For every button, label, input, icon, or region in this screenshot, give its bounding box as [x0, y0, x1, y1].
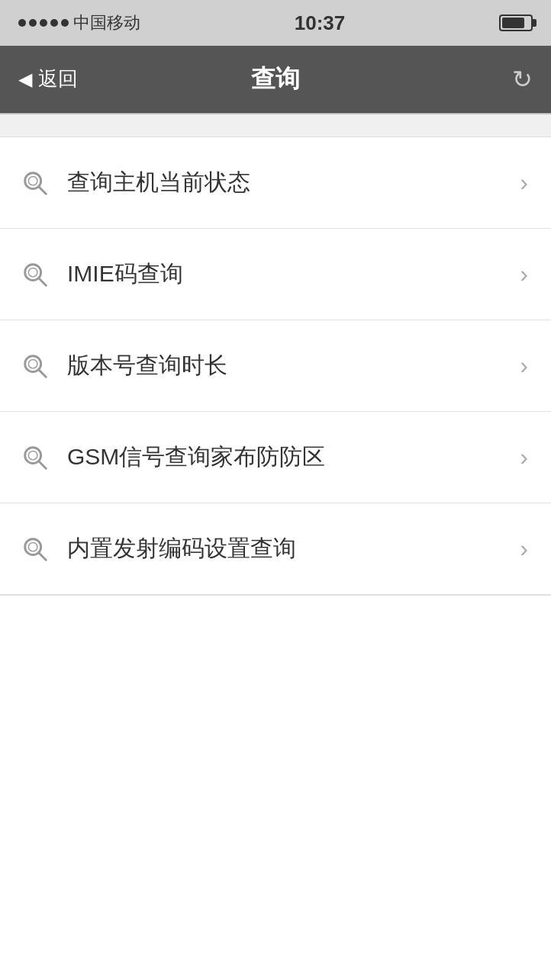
menu-item-text-1: 查询主机当前状态 — [67, 167, 250, 198]
search-icon-5 — [18, 532, 52, 566]
menu-item-text-3: 版本号查询时长 — [67, 350, 227, 381]
svg-line-8 — [39, 369, 47, 377]
chevron-icon-5: › — [520, 535, 528, 563]
status-bar: 中国移动 10:37 — [0, 0, 551, 46]
svg-point-1 — [28, 176, 37, 185]
carrier-label: 中国移动 — [73, 11, 140, 34]
menu-item-text-2: IMIE码查询 — [67, 259, 183, 290]
menu-item-text-4: GSM信号查询家布防防区 — [67, 442, 325, 473]
status-left: 中国移动 — [18, 11, 140, 34]
menu-item-text-5: 内置发射编码设置查询 — [67, 533, 296, 564]
menu-item-left-3: 版本号查询时长 — [18, 349, 227, 383]
top-spacer — [0, 114, 551, 137]
menu-item-left-1: 查询主机当前状态 — [18, 166, 250, 200]
search-icon-2 — [18, 258, 52, 291]
svg-line-2 — [39, 186, 47, 194]
back-button[interactable]: ◀ 返回 — [18, 66, 78, 92]
search-icon-1 — [18, 166, 52, 200]
chevron-icon-2: › — [520, 260, 528, 288]
menu-item-3[interactable]: 版本号查询时长 › — [0, 320, 551, 412]
signal-dot-4 — [50, 19, 58, 27]
refresh-button[interactable]: ↻ — [512, 65, 533, 94]
back-label: 返回 — [38, 66, 78, 92]
battery-fill — [502, 18, 524, 28]
svg-point-4 — [28, 268, 37, 276]
signal-dots — [18, 19, 69, 27]
signal-dot-3 — [40, 19, 47, 27]
page-title: 查询 — [251, 63, 300, 96]
content-empty-area — [0, 595, 551, 976]
search-icon-3 — [18, 349, 52, 383]
status-right — [499, 14, 533, 31]
chevron-icon-4: › — [520, 443, 528, 471]
menu-item-1[interactable]: 查询主机当前状态 › — [0, 137, 551, 229]
menu-list: 查询主机当前状态 › IMIE码查询 › — [0, 137, 551, 595]
battery-icon — [499, 14, 533, 31]
svg-line-5 — [39, 278, 47, 285]
svg-point-10 — [28, 451, 37, 459]
signal-dot-5 — [61, 19, 69, 27]
menu-item-5[interactable]: 内置发射编码设置查询 › — [0, 503, 551, 595]
svg-point-7 — [28, 359, 37, 368]
svg-line-14 — [39, 552, 47, 560]
status-time: 10:37 — [295, 11, 346, 35]
menu-item-4[interactable]: GSM信号查询家布防防区 › — [0, 412, 551, 503]
chevron-icon-3: › — [520, 352, 528, 380]
menu-item-left-2: IMIE码查询 — [18, 258, 183, 291]
chevron-icon-1: › — [520, 169, 528, 197]
signal-dot-2 — [29, 19, 37, 27]
menu-item-2[interactable]: IMIE码查询 › — [0, 229, 551, 320]
nav-bar: ◀ 返回 查询 ↻ — [0, 46, 551, 113]
menu-item-left-5: 内置发射编码设置查询 — [18, 532, 296, 566]
signal-dot-1 — [18, 19, 26, 27]
search-icon-4 — [18, 441, 52, 474]
menu-item-left-4: GSM信号查询家布防防区 — [18, 441, 325, 474]
svg-line-11 — [39, 461, 47, 468]
back-arrow-icon: ◀ — [18, 69, 32, 90]
svg-point-13 — [28, 542, 37, 551]
refresh-icon: ↻ — [512, 66, 533, 93]
